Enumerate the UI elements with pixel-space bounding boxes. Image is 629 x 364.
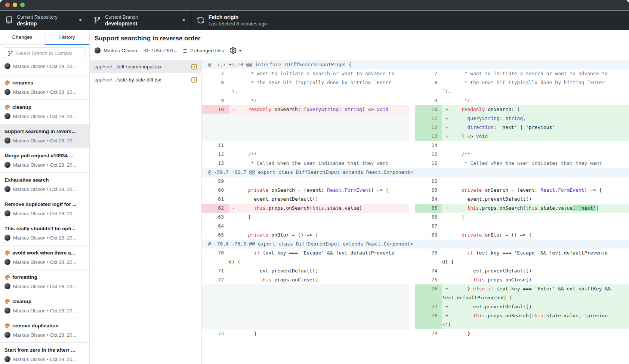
commit-list-item[interactable]: This really shouldn't be opti...Markus O…: [0, 221, 89, 246]
author-avatar: [4, 210, 10, 216]
commit-header: Support searching in reverse order Marku…: [90, 30, 629, 60]
diff-line: 64 event.preventDefault(): [415, 195, 629, 204]
diff-row: 77+ evt.preventDefault(): [202, 302, 629, 311]
code-text: [229, 177, 409, 186]
commit-item-title: Support searching in revers...: [4, 128, 86, 135]
commit-item-meta: Markus Olsson • Oct 28, 20...: [13, 64, 76, 69]
code-text: private onSearch = (event: React.FormEve…: [442, 186, 629, 195]
diff-spacer-cell: [202, 284, 409, 302]
current-branch-button[interactable]: Current Branch development: [88, 10, 192, 30]
commit-list-item[interactable]: Remove duplicated logif for ...Markus Ol…: [0, 197, 89, 221]
diff-line: 66 }: [415, 213, 629, 222]
commit-item-title: cleanup: [4, 298, 86, 305]
diff-line: 11: [202, 141, 409, 150]
commit-item-meta: Markus Olsson • Oct 28, 20...: [13, 357, 76, 362]
author-avatar: [4, 89, 10, 95]
commit-list-item[interactable]: Markus Olsson • Oct 28, 20...: [0, 60, 89, 75]
code-text: private onSearch = (event: React.FormEve…: [229, 186, 409, 195]
commit-title: Support searching in reverse order: [95, 35, 629, 42]
branch-icon: [93, 16, 101, 24]
diff-line: 63 }: [202, 213, 409, 222]
line-number: 10: [202, 105, 229, 114]
diff-icon: [182, 47, 188, 53]
line-number: 72: [202, 275, 229, 284]
commit-list-item[interactable]: remove duplicationMarkus Olsson • Oct 28…: [0, 318, 89, 343]
author-avatar: [4, 332, 10, 338]
diff-options-button[interactable]: [230, 47, 237, 54]
commit-item-meta: Markus Olsson • Oct 28, 20...: [13, 332, 76, 338]
line-number: 76: [415, 284, 442, 302]
close-window-button[interactable]: [5, 3, 10, 7]
branch-compare-filter[interactable]: Select Branch to Compar: [4, 47, 86, 59]
author-avatar: [4, 63, 10, 69]
code-text: if (evt.key === 'Escape' && !evt.default…: [442, 249, 629, 266]
diff-line: 13 * Called when the user indicates that…: [202, 159, 409, 168]
current-repository-button[interactable]: Current Repository desktop: [0, 10, 88, 30]
diff-row: 61 event.preventDefault()64 event.preven…: [202, 195, 629, 204]
zoom-window-button[interactable]: [20, 3, 25, 7]
code-text: + this.props.onSearch(this.state.value, …: [442, 204, 629, 213]
diff-row: 76+ } else if (evt.key === 'Enter' && ev…: [202, 284, 629, 302]
commit-list-item[interactable]: Exhaustive searchMarkus Olsson • Oct 28,…: [0, 173, 89, 197]
diff-line: 10- readonly onSearch: (queryString: str…: [202, 105, 409, 114]
commit-list-item[interactable]: avoid work when there a...Markus Olsson …: [0, 246, 89, 270]
diff-row: 60 private onSearch = (event: React.Form…: [202, 186, 629, 195]
diff-row: 65 private onBlur = () => {68 private on…: [202, 231, 629, 240]
commit-list-item[interactable]: Merge pull request #10934 ...Markus Olss…: [0, 148, 89, 173]
diff-line: 8 * the next hit (typically done by hitt…: [415, 78, 629, 96]
line-number: 8: [415, 78, 442, 96]
code-text: private onBlur = () => {: [442, 231, 629, 240]
diff-line: 15 /**: [415, 150, 629, 159]
code-text: + this.props.onSearch(this.state.value, …: [442, 311, 629, 329]
commit-item-title: renames: [4, 80, 86, 86]
diff-line: 71 evt.preventDefault(): [202, 266, 409, 275]
sync-icon: [197, 16, 204, 24]
diff-line: 64: [202, 222, 409, 231]
commit-item-meta: Markus Olsson • Oct 28, 20...: [13, 89, 76, 95]
changed-files-list: app/src/.../diff-search-input.tsxapp/src…: [90, 60, 202, 364]
commit-list-item[interactable]: cleanupMarkus Olsson • Oct 28, 20...: [0, 294, 89, 318]
line-number: 62: [415, 177, 442, 186]
line-number: 78: [415, 311, 442, 329]
diff-line: 8 * the next hit (typically done by hitt…: [202, 78, 409, 96]
commit-item-title: Merge pull request #10934 ...: [4, 152, 86, 159]
line-number: 70: [202, 249, 229, 266]
minimize-window-button[interactable]: [13, 3, 17, 7]
commit-sha: 105b7901a: [151, 48, 177, 53]
commit-list-item[interactable]: cleanupMarkus Olsson • Oct 28, 20...: [0, 100, 89, 124]
tab-history[interactable]: History: [44, 30, 89, 44]
line-number: 61: [202, 195, 229, 204]
line-number: 65: [415, 204, 442, 213]
line-number: 67: [415, 222, 442, 231]
code-text: * Called when the user indicates that th…: [442, 159, 629, 168]
repo-label: Current Repository: [17, 14, 58, 20]
line-number: 79: [415, 329, 442, 338]
code-text: }: [442, 213, 629, 222]
commit-list-item[interactable]: renamesMarkus Olsson • Oct 28, 20...: [0, 75, 89, 100]
commit-list-item[interactable]: Start from zero in the afterr ...Markus …: [0, 343, 89, 364]
diff-view: @ -7,7 +7,10 @@ interface IDiffSearchInp…: [202, 60, 629, 364]
line-number: 16: [415, 159, 442, 168]
line-number: 73: [202, 329, 229, 338]
author-avatar: [4, 356, 10, 362]
changed-files-count: 2 changed files: [190, 48, 224, 53]
diff-row: 63 }66 }: [202, 213, 629, 222]
commit-list-item[interactable]: formattingMarkus Olsson • Oct 28, 20...: [0, 270, 89, 294]
diff-line: 65 private onBlur = () => {: [202, 231, 409, 240]
commit-list-item[interactable]: Support searching in revers...Markus Ols…: [0, 124, 89, 148]
palette-emoji-icon: [4, 80, 10, 86]
changed-file-row[interactable]: app/src/.../diff-search-input.tsx: [90, 60, 201, 73]
fetch-origin-button[interactable]: Fetch origin Last fetched 8 minutes ago: [192, 10, 295, 30]
code-text: * the next hit (typically done by hittin…: [442, 78, 629, 96]
line-number: 63: [202, 213, 229, 222]
code-text: + readonly onSearch: (: [442, 105, 629, 114]
diff-row: 8 * the next hit (typically done by hitt…: [202, 78, 629, 96]
code-text: [229, 222, 409, 231]
diff-hunk-header: @ -7,7 +7,10 @@ interface IDiffSearchInp…: [202, 60, 629, 69]
fetch-title: Fetch origin: [209, 14, 267, 21]
tab-changes[interactable]: Changes: [0, 30, 44, 44]
line-number: 12: [415, 123, 442, 132]
diff-spacer-cell: [202, 302, 409, 311]
line-number: 11: [415, 114, 442, 123]
changed-file-row[interactable]: app/src/.../side-by-side-diff.tsx: [90, 73, 201, 86]
